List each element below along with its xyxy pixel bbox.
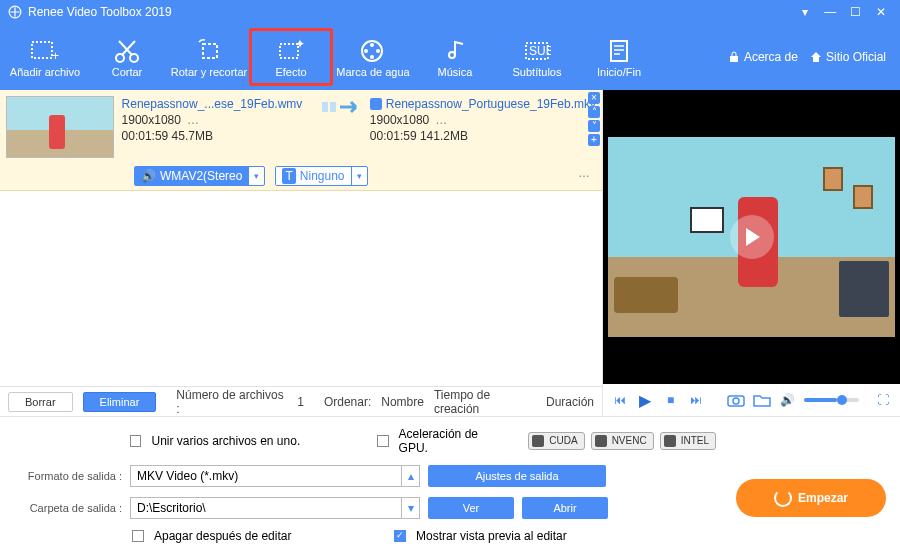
close-button[interactable]: ✕	[870, 2, 892, 22]
svg-rect-1	[32, 42, 52, 58]
about-link[interactable]: Acerca de	[728, 50, 798, 64]
music-button[interactable]: Música	[414, 29, 496, 85]
open-folder-button[interactable]	[753, 391, 771, 409]
add-file-button[interactable]: + Añadir archivo	[4, 29, 86, 85]
stop-button[interactable]: ■	[662, 391, 679, 409]
svg-point-18	[733, 398, 739, 404]
volume-slider[interactable]	[804, 398, 858, 402]
remove-button[interactable]: Eliminar	[83, 392, 157, 412]
sort-by-time[interactable]: Tiempo de creación	[434, 388, 536, 416]
watermark-label: Marca de agua	[336, 66, 409, 78]
effect-button[interactable]: ✦ Efecto	[250, 29, 332, 85]
play-button[interactable]: ▶	[636, 391, 653, 409]
volume-icon[interactable]: 🔊	[779, 391, 796, 409]
cut-label: Cortar	[112, 66, 143, 78]
file-thumbnail	[6, 96, 114, 158]
lock-icon	[728, 51, 740, 63]
preview-label: Mostrar vista previa al editar	[416, 529, 567, 543]
output-format-dropdown[interactable]: MKV Video (*.mkv) ▴	[130, 465, 420, 487]
app-logo-icon	[8, 5, 22, 19]
intel-badge: INTEL	[660, 432, 716, 450]
official-site-link[interactable]: Sitio Oficial	[810, 50, 886, 64]
intro-end-button[interactable]: Inicio/Fin	[578, 29, 660, 85]
preview-checkbox[interactable]	[394, 530, 406, 542]
add-file-label: Añadir archivo	[10, 66, 80, 78]
source-resolution: 1900x1080	[122, 112, 181, 128]
fullscreen-button[interactable]: ⛶	[875, 391, 892, 409]
document-icon	[605, 38, 633, 64]
dest-duration-size: 00:01:59 141.2MB	[370, 128, 596, 144]
nvenc-badge: NVENC	[591, 432, 654, 450]
dest-filename: Renepassnow_Portuguese_19Feb.mkv	[386, 96, 596, 112]
dropdown-icon[interactable]: ▾	[794, 2, 816, 22]
window-controls: ▾ — ☐ ✕	[794, 2, 892, 22]
audio-track-dropdown[interactable]: 🔊WMAV2(Stereo	[134, 166, 265, 186]
filmstrip-add-icon: +	[30, 38, 60, 64]
list-footer: Borrar Eliminar Número de archivos : 1 O…	[0, 386, 602, 416]
move-up-button[interactable]: ˄	[588, 106, 600, 118]
maximize-button[interactable]: ☐	[845, 2, 867, 22]
start-button[interactable]: Empezar	[736, 479, 886, 517]
close-file-button[interactable]: ×	[588, 92, 600, 104]
view-button[interactable]: Ver	[428, 497, 514, 519]
chevron-down-icon[interactable]: ▾	[401, 498, 419, 518]
subtitle-track-dropdown[interactable]: TNinguno	[275, 166, 367, 186]
home-icon	[810, 51, 822, 63]
cut-button[interactable]: Cortar	[86, 29, 168, 85]
sort-label: Ordenar:	[324, 395, 371, 409]
source-filename: Renepassnow_...ese_19Feb.wmv	[122, 96, 318, 112]
film-sparkle-icon: ✦	[277, 38, 305, 64]
gpu-checkbox[interactable]	[377, 435, 389, 447]
file-list: Renepassnow_...ese_19Feb.wmv 1900x1080… …	[0, 90, 602, 386]
sort-by-name[interactable]: Nombre	[381, 395, 424, 409]
intro-end-label: Inicio/Fin	[597, 66, 641, 78]
subtitles-label: Subtítulos	[513, 66, 562, 78]
svg-rect-5	[203, 44, 217, 58]
chevron-down-icon[interactable]: ▴	[401, 466, 419, 486]
title-bar: Renee Video Toolbox 2019 ▾ — ☐ ✕	[0, 0, 900, 24]
crop-rotate-icon	[195, 38, 223, 64]
svg-text:✦: ✦	[295, 38, 305, 51]
refresh-icon	[774, 489, 792, 507]
output-folder-label: Carpeta de salida :	[14, 502, 122, 514]
move-down-button[interactable]: ˅	[588, 120, 600, 132]
music-note-icon	[443, 38, 467, 64]
svg-text:+: +	[52, 49, 59, 63]
merge-checkbox[interactable]	[130, 435, 142, 447]
edit-icon[interactable]	[370, 98, 382, 110]
subtitles-icon: SUB	[523, 38, 551, 64]
rotate-crop-button[interactable]: Rotar y recortar	[168, 29, 250, 85]
preview-panel: ⏮ ▶ ■ ⏭ 🔊 ⛶	[603, 90, 900, 416]
file-row[interactable]: Renepassnow_...ese_19Feb.wmv 1900x1080… …	[0, 90, 602, 162]
minimize-button[interactable]: —	[819, 2, 841, 22]
gpu-label: Aceleración de GPU.	[399, 427, 509, 455]
delete-button[interactable]: Borrar	[8, 392, 73, 412]
open-button[interactable]: Abrir	[522, 497, 608, 519]
next-button[interactable]: ⏭	[687, 391, 704, 409]
file-track-row: 🔊WMAV2(Stereo TNinguno …	[0, 162, 602, 191]
svg-point-12	[364, 49, 368, 53]
svg-point-11	[370, 55, 374, 59]
svg-point-9	[370, 43, 374, 47]
sort-by-duration[interactable]: Duración	[546, 395, 594, 409]
shutdown-label: Apagar después de editar	[154, 529, 384, 543]
shutdown-checkbox[interactable]	[132, 530, 144, 542]
prev-button[interactable]: ⏮	[611, 391, 628, 409]
svg-text:SUB: SUB	[529, 44, 551, 58]
watermark-button[interactable]: Marca de agua	[332, 29, 414, 85]
file-count-value: 1	[297, 395, 304, 409]
output-folder-input[interactable]: D:\Escritorio\ ▾	[130, 497, 420, 519]
file-count-label: Número de archivos :	[176, 388, 287, 416]
snapshot-button[interactable]	[727, 391, 745, 409]
subtitles-button[interactable]: SUB Subtítulos	[496, 29, 578, 85]
add-between-button[interactable]: +	[588, 134, 600, 146]
video-preview[interactable]	[603, 90, 900, 384]
main-toolbar: + Añadir archivo Cortar Rotar y recortar…	[0, 24, 900, 90]
music-label: Música	[438, 66, 473, 78]
source-duration-size: 00:01:59 45.7MB	[122, 128, 318, 144]
svg-rect-15	[611, 41, 627, 61]
play-overlay-button[interactable]	[730, 215, 774, 259]
output-settings-button[interactable]: Ajustes de salida	[428, 465, 606, 487]
output-format-label: Formato de salida :	[14, 470, 122, 482]
rotate-crop-label: Rotar y recortar	[171, 66, 247, 78]
